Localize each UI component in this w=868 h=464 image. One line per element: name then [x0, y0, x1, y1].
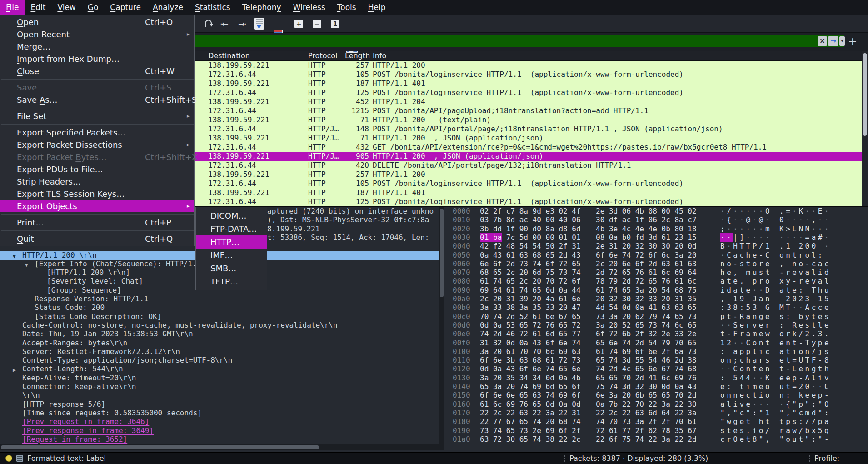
menu-item-export-tls-session-keys[interactable]: Export TLS Session Keys… [0, 188, 194, 200]
hex-bytes[interactable]: 2c 20 31 39 20 4a 61 6e [480, 294, 581, 303]
display-filter-input[interactable] [162, 35, 844, 47]
zoom-100-button[interactable]: 1 [331, 20, 339, 28]
hex-row-0000[interactable]: 000002 2f c7 8a 9d e3 02 4f2e 3d 06 4b 0… [444, 207, 868, 216]
hex-bytes[interactable]: 74 70 73 3a 2f 2f 70 61 [596, 417, 697, 426]
hex-row-00e0[interactable]: 00e074 2d 46 72 61 6d 65 776f 72 6b 2f 3… [444, 329, 868, 339]
menu-item-file-set[interactable]: File Set▸ [0, 110, 194, 122]
hex-bytes[interactable]: 70 74 2d 52 61 6e 67 65 [480, 312, 581, 321]
hex-bytes[interactable]: 68 65 2c 20 6d 75 73 74 [480, 268, 581, 277]
hex-row-00b0[interactable]: 00b03a 33 38 3a 35 33 20 474d 54 0d 0a 4… [444, 303, 868, 312]
ascii-bytes[interactable]: pt-Range [720, 312, 772, 321]
history-next-button[interactable]: →· [238, 18, 246, 30]
detail-row[interactable]: [HTTP response 5/6] [0, 400, 439, 409]
frame-link[interactable]: [Prev request in frame: 3646] [22, 417, 149, 426]
detail-row[interactable]: Response Version: HTTP/1.1 [0, 294, 439, 304]
detail-row[interactable]: Date: Thu, 19 Jan 2023 15:38:53 GMT\r\n [0, 329, 439, 339]
hex-row-0090[interactable]: 009069 64 61 74 65 0d 0a 4461 74 65 3a 2… [444, 286, 868, 295]
submenu-item-http[interactable]: HTTP… [196, 235, 267, 249]
hex-row-0020[interactable]: 00203b dd 1f 90 d0 8a d8 6d4b 3e 4c 4e 4… [444, 225, 868, 234]
hex-bytes[interactable]: 65 65 70 2d 41 6c 69 76 [596, 374, 697, 382]
ascii-bytes[interactable]: : Restle [779, 321, 831, 329]
detail-row[interactable]: Content-Type: application/json;charset=U… [0, 356, 439, 365]
hex-bytes[interactable]: 22 77 67 65 74 20 68 74 [480, 417, 581, 426]
hex-bytes[interactable]: 03 7b 8d ac 40 00 40 06 [480, 215, 581, 224]
hex-bytes[interactable]: 73 3a 20 62 79 74 65 73 [596, 312, 697, 321]
ascii-bytes[interactable]: ontrol: [779, 251, 831, 259]
ascii-bytes[interactable]: ate, pro [720, 277, 772, 285]
hex-bytes[interactable]: 63 72 30 65 74 38 22 2c [480, 435, 581, 444]
menubar-item-help[interactable]: Help [362, 0, 392, 15]
hex-bytes[interactable]: 3a 20 52 65 73 74 6c 65 [596, 321, 697, 329]
ascii-bytes[interactable]: ····=a#· [779, 233, 831, 242]
hex-row-0140[interactable]: 014065 3a 20 74 69 6d 65 6f75 74 3d 32 3… [444, 382, 868, 391]
ascii-bytes[interactable]: : applic [720, 347, 772, 356]
detail-row[interactable]: Connection: keep-alive\r\n [0, 382, 439, 391]
ascii-bytes[interactable]: he, must [720, 268, 772, 277]
hex-bytes[interactable]: 0d 0a 53 65 72 76 65 72 [480, 321, 581, 329]
hex-bytes[interactable]: 65 6e 74 2d 54 79 70 65 [596, 339, 697, 347]
details-vertical-scrollbar[interactable] [439, 207, 444, 450]
detail-row[interactable]: [Prev request in frame: 3646] [0, 417, 439, 426]
hex-row-0130[interactable]: 01303a 20 35 34 34 0d 0a 4b65 65 70 2d 4… [444, 374, 868, 383]
ascii-bytes[interactable]: eep-Aliv [779, 374, 831, 382]
clear-filter-button[interactable]: × [818, 36, 827, 46]
ascii-bytes[interactable]: n: keep- [779, 391, 831, 399]
ascii-bytes[interactable]: :38:53 G [720, 303, 772, 312]
ascii-bytes[interactable]: et=UTF-8 [779, 356, 831, 364]
capture-comment-icon[interactable] [16, 455, 23, 462]
ascii-bytes[interactable]: stes.io/ [720, 426, 772, 435]
menubar-item-telephony[interactable]: Telephony [236, 0, 287, 15]
menu-item-export-packet-bytes[interactable]: Export Packet Bytes…Ctrl+Shift+X [0, 151, 194, 163]
hex-bytes[interactable]: 22 6f 75 74 22 3a 22 2d [596, 435, 697, 444]
hex-row-0030[interactable]: 003001 ba 7c 5d 00 00 01 0108 0a b0 fd 3… [444, 233, 868, 242]
hex-bytes[interactable]: 78 79 2d 72 65 76 61 6c [596, 277, 697, 285]
hex-bytes[interactable]: 6f 72 6b 2f 32 2e 33 2e [596, 329, 697, 338]
submenu-item-tftp[interactable]: TFTP… [196, 275, 267, 288]
hex-bytes[interactable]: 65 74 3d 55 54 46 2d 38 [596, 356, 697, 364]
hex-bytes[interactable]: 4b 3e 4c 4e 4e 0b 80 18 [596, 225, 697, 233]
ascii-bytes[interactable]: ·{"p":"0 [779, 400, 831, 409]
column-separator[interactable] [370, 52, 370, 60]
hex-bytes[interactable]: 6e 6f 2d 73 74 6f 72 65 [480, 259, 581, 268]
hex-bytes[interactable]: 74 2d 4c 65 6e 67 74 68 [596, 364, 697, 373]
ascii-bytes[interactable]: e: timeo [720, 382, 772, 391]
ascii-bytes[interactable]: ","c":"1 [720, 409, 772, 417]
hex-bytes[interactable]: 08 0a b0 fd 3d 61 23 15 [596, 233, 697, 242]
ascii-bytes[interactable]: ation/js [779, 347, 831, 356]
detail-row[interactable]: Accept-Ranges: bytes\r\n [0, 339, 439, 348]
menu-item-open[interactable]: OpenCtrl+O [0, 16, 194, 28]
hex-bytes[interactable]: 4d 54 0d 0a 41 63 63 65 [596, 303, 697, 312]
detail-row[interactable]: [Status Code Description: OK] [0, 312, 439, 321]
hex-row-00a0[interactable]: 00a02c 20 31 39 20 4a 61 6e20 32 30 32 3… [444, 294, 868, 304]
hex-bytes[interactable]: 02 2f c7 8a 9d e3 02 4f [480, 207, 581, 215]
hex-row-00f0[interactable]: 00f031 32 0d 0a 43 6f 6e 7465 6e 74 2d 5… [444, 339, 868, 348]
ascii-bytes[interactable]: on;chars [720, 356, 772, 364]
detail-row[interactable]: Cache-Control: no-store, no-cache, must-… [0, 321, 439, 330]
hex-bytes[interactable]: 61 6c 69 76 65 0d 0a 0d [480, 400, 581, 409]
hex-row-0150[interactable]: 01506f 6e 6e 65 63 74 69 6f6e 3a 20 6b 6… [444, 391, 868, 400]
ascii-bytes[interactable]: ut=20··C [779, 382, 831, 391]
menu-item-print[interactable]: Print…Ctrl+P [0, 216, 194, 229]
scrollbar-thumb[interactable] [863, 53, 867, 136]
hex-bytes[interactable]: 0a 43 61 63 68 65 2d 43 [480, 251, 581, 259]
menu-item-save[interactable]: SaveCtrl+S [0, 81, 194, 94]
menu-item-quit[interactable]: QuitCtrl+Q [0, 233, 194, 245]
detail-row[interactable]: [Request in frame: 3652] [0, 435, 439, 444]
ascii-bytes[interactable]: , 19 Jan [720, 294, 772, 303]
menu-item-close[interactable]: CloseCtrl+W [0, 65, 194, 77]
ascii-bytes[interactable]: ent-Type [779, 339, 831, 347]
hex-bytes[interactable]: 61 74 65 2c 20 70 72 6f [480, 277, 581, 285]
ascii-bytes[interactable]: 12··Cont [720, 339, 772, 347]
go-to-packet-button[interactable] [203, 18, 214, 30]
ascii-bytes[interactable]: ;······m [720, 225, 772, 233]
ascii-bytes[interactable]: ··Conten [720, 364, 772, 373]
ascii-bytes[interactable]: 2023 15 [779, 294, 831, 303]
detail-row[interactable]: Keep-Alive: timeout=20\r\n [0, 374, 439, 383]
ascii-bytes[interactable]: ate: Thu [779, 286, 831, 294]
submenu-item-dicom[interactable]: DICOM… [196, 209, 267, 222]
scrollbar-thumb[interactable] [440, 209, 444, 297]
profile-button[interactable]: Profile: Default [814, 454, 868, 464]
ascii-bytes[interactable]: ·/·····O [720, 207, 772, 215]
ascii-bytes[interactable]: alive··· [720, 400, 772, 409]
hex-bytes[interactable]: 75 74 3d 32 30 0d 0a 43 [596, 382, 697, 391]
